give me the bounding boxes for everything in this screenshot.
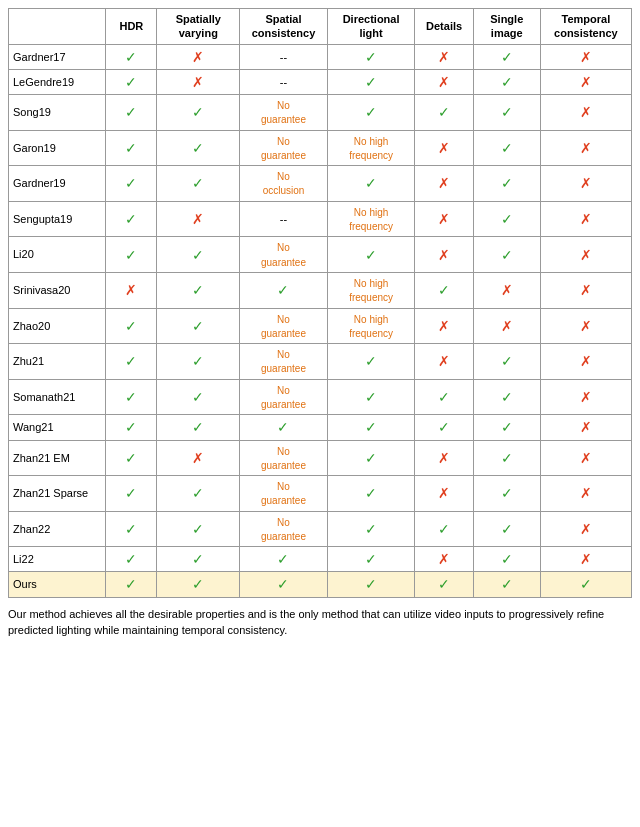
cell-single: ✓	[473, 166, 540, 202]
cell-spatially: ✓	[157, 94, 240, 130]
cell-single: ✓	[473, 130, 540, 166]
table-row: Gardner17✓✗--✓✗✓✗	[9, 44, 632, 69]
cell-single: ✓	[473, 344, 540, 380]
table-row: Somanath21✓✓Noguarantee✓✓✓✗	[9, 379, 632, 415]
cell-dir_light: ✓	[327, 94, 415, 130]
cell-spatial_cons: ✓	[240, 547, 328, 572]
cell-hdr: ✓	[106, 94, 157, 130]
cell-single: ✓	[473, 44, 540, 69]
cell-details: ✗	[415, 440, 473, 476]
cell-details: ✗	[415, 201, 473, 237]
cell-single: ✓	[473, 572, 540, 597]
cell-single: ✓	[473, 379, 540, 415]
cell-dir_light: ✓	[327, 379, 415, 415]
comparison-table: HDR Spatially varying Spatial consistenc…	[8, 8, 632, 598]
cell-details: ✗	[415, 69, 473, 94]
cell-name: Li22	[9, 547, 106, 572]
cell-spatial_cons: Noocclusion	[240, 166, 328, 202]
cell-hdr: ✓	[106, 440, 157, 476]
cell-details: ✗	[415, 344, 473, 380]
cell-hdr: ✗	[106, 272, 157, 308]
cell-details: ✗	[415, 476, 473, 512]
cell-spatial_cons: Noguarantee	[240, 379, 328, 415]
cell-temporal: ✗	[540, 379, 631, 415]
cell-single: ✓	[473, 415, 540, 440]
cell-temporal: ✗	[540, 440, 631, 476]
cell-details: ✗	[415, 308, 473, 344]
col-single: Single image	[473, 9, 540, 45]
cell-spatially: ✗	[157, 44, 240, 69]
cell-name: Zhan22	[9, 511, 106, 547]
cell-temporal: ✗	[540, 547, 631, 572]
cell-details: ✗	[415, 237, 473, 273]
caption-text: Our method achieves all the desirable pr…	[8, 606, 632, 639]
cell-name: Wang21	[9, 415, 106, 440]
cell-details: ✗	[415, 44, 473, 69]
table-row: Wang21✓✓✓✓✓✓✗	[9, 415, 632, 440]
cell-single: ✓	[473, 237, 540, 273]
cell-dir_light: ✓	[327, 572, 415, 597]
cell-temporal: ✗	[540, 166, 631, 202]
cell-spatial_cons: --	[240, 44, 328, 69]
cell-dir_light: No highfrequency	[327, 308, 415, 344]
cell-temporal: ✗	[540, 69, 631, 94]
cell-spatial_cons: Noguarantee	[240, 130, 328, 166]
cell-spatial_cons: Noguarantee	[240, 308, 328, 344]
cell-temporal: ✗	[540, 94, 631, 130]
cell-hdr: ✓	[106, 201, 157, 237]
cell-single: ✗	[473, 308, 540, 344]
cell-details: ✓	[415, 511, 473, 547]
cell-details: ✗	[415, 166, 473, 202]
cell-dir_light: ✓	[327, 166, 415, 202]
cell-dir_light: ✓	[327, 511, 415, 547]
col-method	[9, 9, 106, 45]
cell-name: Srinivasa20	[9, 272, 106, 308]
cell-details: ✓	[415, 94, 473, 130]
cell-dir_light: ✓	[327, 476, 415, 512]
cell-name: Gardner17	[9, 44, 106, 69]
cell-temporal: ✗	[540, 237, 631, 273]
cell-temporal: ✗	[540, 201, 631, 237]
col-spatial-cons: Spatial consistency	[240, 9, 328, 45]
cell-spatially: ✓	[157, 237, 240, 273]
cell-spatial_cons: Noguarantee	[240, 440, 328, 476]
table-row: LeGendre19✓✗--✓✗✓✗	[9, 69, 632, 94]
col-dir-light: Directional light	[327, 9, 415, 45]
cell-dir_light: ✓	[327, 415, 415, 440]
cell-spatial_cons: ✓	[240, 572, 328, 597]
cell-hdr: ✓	[106, 237, 157, 273]
cell-name: Sengupta19	[9, 201, 106, 237]
table-row: Sengupta19✓✗--No highfrequency✗✓✗	[9, 201, 632, 237]
cell-spatially: ✗	[157, 440, 240, 476]
table-row: Li22✓✓✓✓✗✓✗	[9, 547, 632, 572]
cell-name: Ours	[9, 572, 106, 597]
table-row: Zhan21 EM✓✗Noguarantee✓✗✓✗	[9, 440, 632, 476]
cell-hdr: ✓	[106, 130, 157, 166]
cell-hdr: ✓	[106, 344, 157, 380]
cell-spatial_cons: Noguarantee	[240, 511, 328, 547]
cell-spatial_cons: Noguarantee	[240, 344, 328, 380]
cell-spatially: ✓	[157, 166, 240, 202]
cell-single: ✓	[473, 547, 540, 572]
cell-spatially: ✓	[157, 344, 240, 380]
cell-spatial_cons: Noguarantee	[240, 237, 328, 273]
col-details: Details	[415, 9, 473, 45]
cell-temporal: ✗	[540, 44, 631, 69]
table-row: Garon19✓✓NoguaranteeNo highfrequency✗✓✗	[9, 130, 632, 166]
cell-spatially: ✓	[157, 308, 240, 344]
cell-spatial_cons: --	[240, 69, 328, 94]
header-row: HDR Spatially varying Spatial consistenc…	[9, 9, 632, 45]
cell-temporal: ✗	[540, 511, 631, 547]
cell-name: Gardner19	[9, 166, 106, 202]
cell-spatially: ✓	[157, 476, 240, 512]
table-row: Zhan22✓✓Noguarantee✓✓✓✗	[9, 511, 632, 547]
cell-name: LeGendre19	[9, 69, 106, 94]
col-temporal: Temporal consistency	[540, 9, 631, 45]
cell-hdr: ✓	[106, 476, 157, 512]
cell-spatial_cons: Noguarantee	[240, 476, 328, 512]
cell-spatially: ✓	[157, 415, 240, 440]
cell-dir_light: ✓	[327, 69, 415, 94]
cell-details: ✓	[415, 272, 473, 308]
cell-spatial_cons: ✓	[240, 415, 328, 440]
cell-single: ✗	[473, 272, 540, 308]
